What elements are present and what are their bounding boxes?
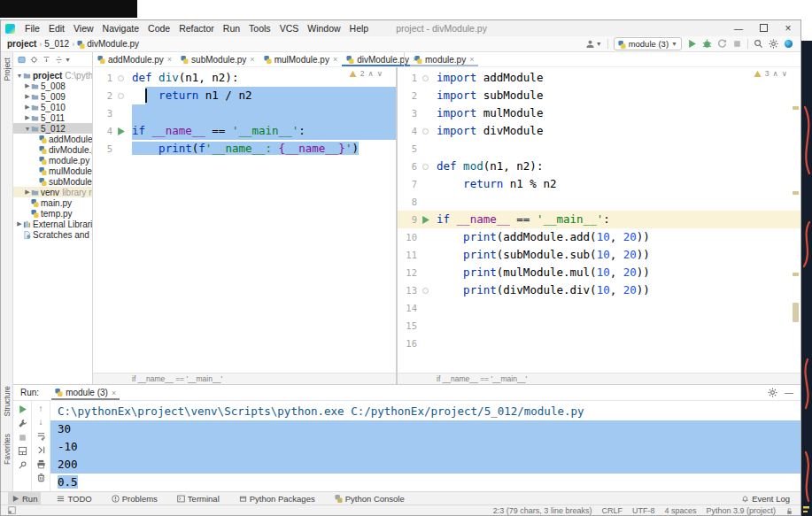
code-line-left-2[interactable]: 2 return n1 / n2 — [93, 87, 396, 104]
tab-module-py[interactable]: module.py× — [410, 52, 478, 66]
menu-navigate[interactable]: Navigate — [98, 23, 143, 34]
chevron-right-icon[interactable]: ▶ — [24, 189, 31, 196]
console-line-2[interactable]: 30 — [50, 420, 800, 438]
code-line-right-12[interactable]: 12 print(mulModule.mul(10, 20)) — [398, 264, 800, 281]
menu-help[interactable]: Help — [345, 23, 374, 34]
scrollbar-thumb[interactable] — [793, 303, 799, 322]
tree-item-project[interactable]: ▼projectC:\pythonEx — [13, 70, 92, 81]
maximize-button[interactable] — [751, 24, 776, 34]
code-with-me-button[interactable] — [784, 39, 793, 49]
readonly-lock-icon[interactable] — [785, 505, 793, 514]
breadcrumb-item-5-012[interactable]: 5_012 — [44, 39, 69, 49]
tree-item-external-libraries[interactable]: ▶External Libraries — [13, 219, 92, 229]
fold-marker-icon[interactable] — [422, 288, 429, 294]
close-icon[interactable]: × — [469, 55, 474, 64]
restore-layout-button[interactable] — [18, 446, 27, 457]
expand-all-icon[interactable] — [43, 51, 50, 67]
run-configuration-select[interactable]: module (3)▼ — [614, 37, 682, 50]
down-stacktrace-button[interactable]: ↓ — [39, 417, 43, 427]
status-item-3[interactable]: 4 spaces — [664, 506, 696, 515]
run-tab[interactable]: module (3) × — [51, 385, 120, 400]
chevron-right-icon[interactable]: ▶ — [24, 114, 31, 121]
code-line-right-13[interactable]: 13 print(divModule.div(10, 20)) — [398, 281, 800, 299]
chevron-right-icon[interactable]: ▶ — [24, 82, 31, 89]
menu-refactor[interactable]: Refactor — [174, 23, 219, 34]
close-icon[interactable]: × — [112, 389, 116, 397]
console-line-1[interactable]: C:\pythonEx\project\venv\Scripts\python.… — [50, 403, 800, 420]
print-button[interactable] — [36, 458, 46, 469]
tree-item-5-008[interactable]: ▶5_008 — [13, 81, 92, 91]
status-item-0[interactable]: 2:3 (79 chars, 3 line breaks) — [493, 506, 592, 515]
tree-item-5-012[interactable]: ▼5_012 — [13, 123, 92, 134]
project-toolwindow-button[interactable]: Project — [3, 58, 12, 81]
up-stacktrace-button[interactable]: ↑ — [39, 404, 43, 413]
soft-wrap-button[interactable] — [36, 430, 46, 441]
fold-marker-icon[interactable] — [118, 93, 124, 99]
menu-run[interactable]: Run — [219, 23, 244, 34]
hide-panel-icon[interactable]: — — [785, 388, 793, 397]
console-line-5[interactable]: 0.5 — [50, 474, 800, 491]
code-line-left-5[interactable]: 5 print(f'__name__: {__name__}') — [93, 140, 396, 158]
stop-button[interactable] — [732, 39, 742, 49]
fold-marker-icon[interactable] — [422, 128, 429, 135]
code-line-left-4[interactable]: 4if __name__ == '__main__': — [93, 122, 396, 140]
tab-submodule-py[interactable]: subModule.py× — [176, 52, 259, 66]
code-line-right-3[interactable]: 3import mulModule — [398, 104, 800, 122]
run-line-icon[interactable] — [421, 211, 430, 226]
code-line-right-5[interactable]: 5 — [398, 140, 800, 158]
run-button[interactable] — [687, 39, 697, 49]
favorites-toolwindow-button[interactable]: Favorites — [3, 434, 12, 465]
code-line-right-11[interactable]: 11 print(subModule.sub(10, 20)) — [398, 246, 800, 264]
tree-item-addmodule-py[interactable]: addModule.py — [13, 134, 92, 144]
menu-tools[interactable]: Tools — [244, 23, 275, 34]
close-icon[interactable]: × — [333, 55, 337, 64]
inspection-widget-left[interactable]: 2∧∨ — [347, 69, 384, 78]
run-line-icon[interactable] — [116, 122, 126, 137]
status-item-4[interactable]: Python 3.9 (project) — [706, 506, 776, 515]
collapse-all-icon[interactable] — [55, 51, 63, 67]
tree-item-venv[interactable]: ▶venvlibrary root — [13, 187, 92, 197]
menu-edit[interactable]: Edit — [44, 23, 69, 34]
code-line-right-15[interactable]: 15 — [398, 317, 800, 335]
console-line-4[interactable]: 200 — [50, 456, 800, 474]
tree-item-5-009[interactable]: ▶5_009 — [13, 91, 92, 102]
debug-button[interactable] — [702, 39, 712, 49]
tab-mulmodule-py[interactable]: mulModule.py× — [259, 52, 343, 66]
chevron-down-icon[interactable]: ▼ — [16, 73, 23, 79]
tree-item-5-011[interactable]: ▶5_011 — [13, 112, 92, 123]
menu-window[interactable]: Window — [303, 23, 344, 34]
code-line-right-6[interactable]: 6def mod(n1, n2): — [398, 158, 800, 175]
breadcrumb-item-divmodule-py[interactable]: divModule.py — [77, 39, 139, 49]
chevron-right-icon[interactable]: ▶ — [16, 220, 23, 227]
tree-item-submodule-py[interactable]: subModule.py — [13, 176, 92, 187]
run-console-output[interactable]: C:\pythonEx\project\venv\Scripts\python.… — [50, 401, 800, 491]
tree-item-5-010[interactable]: ▶5_010 — [13, 102, 92, 112]
menu-file[interactable]: File — [20, 23, 44, 34]
code-line-right-14[interactable]: 14 — [398, 299, 800, 317]
code-line-right-7[interactable]: 7 return n1 % n2 — [398, 175, 800, 193]
status-item-1[interactable]: CRLF — [601, 506, 623, 515]
code-line-right-9[interactable]: 9if __name__ == '__main__': — [398, 211, 800, 228]
code-line-right-8[interactable]: 8 — [398, 193, 800, 211]
menu-view[interactable]: View — [69, 23, 98, 34]
chevron-down-icon[interactable]: ▼ — [24, 126, 31, 132]
pin-tab-button[interactable] — [18, 459, 27, 470]
locate-file-icon[interactable] — [30, 51, 38, 67]
tree-item-temp-py[interactable]: temp.py — [13, 208, 92, 219]
rerun-button[interactable] — [18, 404, 27, 414]
tree-item-divmodule-py[interactable]: divModule.py — [13, 144, 92, 155]
settings-wrench[interactable] — [18, 418, 27, 428]
toolwindow-button-python-console[interactable]: Python Console — [331, 492, 408, 504]
tree-item-scratches-and-cons[interactable]: Scratches and Cons — [13, 229, 92, 240]
inspection-widget-right[interactable]: 3∧∨ — [752, 69, 789, 78]
toolwindow-button-run[interactable]: Run — [8, 492, 41, 504]
close-icon[interactable]: × — [250, 55, 254, 64]
editor-left-code-area[interactable]: 2∧∨ 1def div(n1, n2):2 return n1 / n234i… — [93, 67, 396, 373]
toolwindow-button-terminal[interactable]: Terminal — [174, 492, 223, 504]
console-line-3[interactable]: -10 — [50, 438, 800, 456]
code-line-right-2[interactable]: 2import subModule — [398, 87, 800, 104]
breadcrumb-item-project[interactable]: project — [7, 39, 36, 49]
project-view-icon[interactable] — [18, 51, 26, 67]
search-everywhere-button[interactable] — [754, 39, 763, 49]
status-item-2[interactable]: UTF-8 — [632, 506, 655, 515]
